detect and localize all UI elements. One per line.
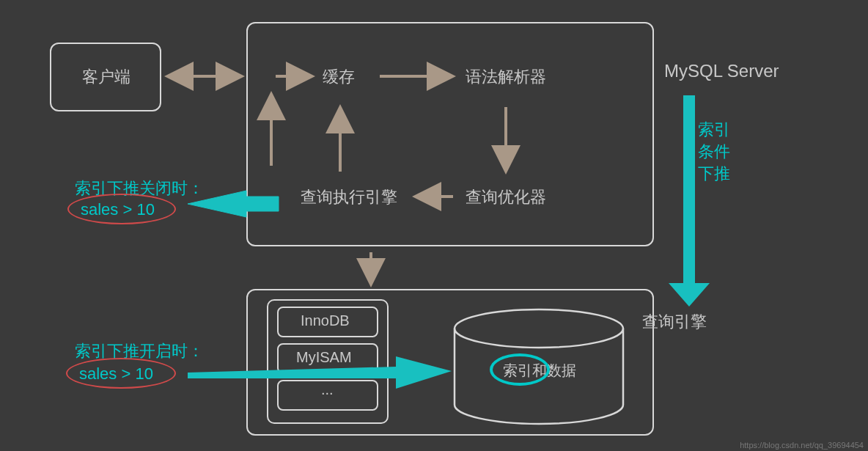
- push2: 条件: [698, 141, 730, 163]
- watermark: https://blog.csdn.net/qq_39694454: [740, 441, 864, 450]
- more-label: ...: [321, 381, 334, 398]
- cache-label: 缓存: [323, 66, 355, 88]
- optimizer-label: 查询优化器: [466, 186, 546, 208]
- push1: 索引: [698, 119, 730, 141]
- parser-label: 语法解析器: [466, 66, 546, 88]
- index-highlight-ellipse: [490, 353, 550, 386]
- innodb-label: InnoDB: [301, 312, 350, 329]
- client-label: 客户端: [82, 66, 130, 88]
- server-title: MySQL Server: [664, 61, 779, 81]
- storage-label: 查询引擎: [642, 311, 707, 333]
- push3: 下推: [698, 163, 730, 185]
- executor-label: 查询执行引擎: [301, 186, 397, 208]
- myisam-label: MyISAM: [296, 349, 352, 366]
- on-red-circle: [66, 358, 176, 389]
- off-red-circle: [67, 194, 176, 224]
- server-box: [246, 22, 654, 246]
